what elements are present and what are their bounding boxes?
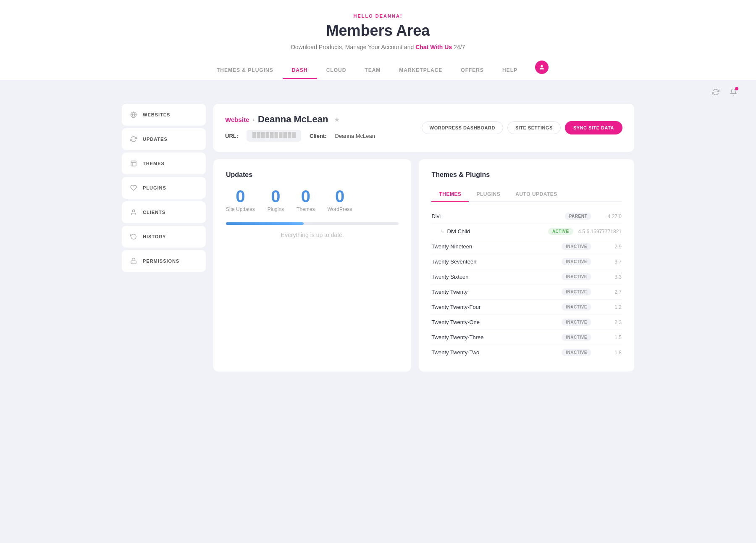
theme-version: 3.7 — [596, 259, 622, 265]
site-title-area: Website › Deanna McLean ★ URL: █████████… — [225, 114, 375, 142]
sidebar-label-clients: CLIENTS — [143, 210, 165, 215]
sidebar-item-history[interactable]: HISTORY — [122, 226, 206, 248]
breadcrumb-link[interactable]: Website — [225, 116, 249, 123]
count-label: WordPress — [327, 206, 352, 212]
theme-badge: INACTIVE — [562, 243, 591, 250]
nav-link-themes-plugins[interactable]: THEMES & PLUGINS — [207, 61, 283, 79]
notification-badge — [735, 87, 738, 90]
updates-icon — [129, 135, 138, 143]
header: HELLO DEANNA! Members Area Download Prod… — [0, 0, 756, 80]
subtitle-text: Download Products, Manage Your Account a… — [291, 44, 414, 50]
plugins-icon — [129, 184, 138, 192]
theme-badge: INACTIVE — [562, 349, 591, 356]
site-meta: URL: ██████████ Client: Deanna McLean — [225, 130, 375, 142]
wordpress-dashboard-button[interactable]: WORDPRESS DASHBOARD — [422, 121, 503, 134]
cards-row: Updates 0 Site Updates 0 Plugins 0 Theme… — [213, 159, 634, 372]
theme-version: 4.27.0 — [596, 214, 622, 219]
hello-text: HELLO DEANNA! — [8, 13, 748, 18]
updates-counts: 0 Site Updates 0 Plugins 0 Themes 0 Word… — [226, 188, 399, 212]
nav-item-offers[interactable]: OFFERS — [452, 61, 493, 79]
sidebar-label-history: HISTORY — [143, 234, 166, 239]
theme-version: 1.8 — [596, 350, 622, 356]
user-avatar[interactable] — [535, 61, 549, 74]
theme-name-text: Twenty Twenty-Two — [431, 349, 562, 356]
tab-plugins[interactable]: PLUGINS — [469, 188, 508, 202]
theme-badge: INACTIVE — [562, 303, 591, 311]
theme-name-text: Twenty Twenty-Four — [431, 304, 562, 310]
notification-icon[interactable] — [727, 86, 739, 98]
count-label: Themes — [297, 206, 315, 212]
theme-version: 1.5 — [596, 335, 622, 340]
site-actions: WORDPRESS DASHBOARD SITE SETTINGS SYNC S… — [422, 121, 622, 134]
theme-list-row: Twenty Twenty-Three INACTIVE 1.5 — [431, 330, 622, 345]
sidebar-label-plugins: PLUGINS — [143, 185, 166, 190]
theme-list-row: ↳Divi Child ACTIVE 4.5.6.15977771821 — [431, 224, 622, 239]
site-name: Deanna McLean — [258, 114, 328, 125]
nav-link-marketplace[interactable]: MARKETPLACE — [390, 61, 452, 79]
theme-list-row: Twenty Twenty-Two INACTIVE 1.8 — [431, 345, 622, 360]
permissions-icon — [129, 257, 138, 265]
nav-link-offers[interactable]: OFFERS — [452, 61, 493, 79]
nav-item-cloud[interactable]: CLOUD — [317, 61, 356, 79]
nav-link-cloud[interactable]: CLOUD — [317, 61, 356, 79]
update-count-plugins: 0 Plugins — [268, 188, 284, 212]
site-settings-button[interactable]: SITE SETTINGS — [507, 121, 561, 134]
star-icon[interactable]: ★ — [334, 116, 340, 124]
sync-site-data-button[interactable]: SYNC SITE DATA — [565, 121, 622, 134]
sidebar-label-permissions: PERMISSIONS — [143, 258, 179, 264]
sidebar-item-clients[interactable]: CLIENTS — [122, 201, 206, 223]
main-layout: WEBSITES UPDATES THEMES PLUGINS CLIENTS … — [105, 104, 651, 388]
count-number: 0 — [335, 188, 344, 205]
sidebar-item-themes[interactable]: THEMES — [122, 153, 206, 174]
theme-version: 1.2 — [596, 304, 622, 310]
nav-item-dash[interactable]: DASH — [283, 61, 317, 79]
nav-link-help[interactable]: HELP — [493, 61, 527, 79]
theme-name-text: Twenty Twenty — [431, 289, 562, 295]
theme-version: 4.5.6.15977771821 — [578, 229, 622, 235]
page-title: Members Area — [8, 22, 748, 40]
theme-badge: INACTIVE — [562, 258, 591, 265]
theme-badge: INACTIVE — [562, 334, 591, 341]
breadcrumb-row: Website › Deanna McLean ★ — [225, 114, 375, 125]
theme-name-text: Twenty Twenty-One — [431, 319, 562, 325]
client-label: Client: — [310, 133, 326, 139]
count-label: Plugins — [268, 206, 284, 212]
sidebar-item-permissions[interactable]: PERMISSIONS — [122, 250, 206, 272]
theme-list-row: Twenty Twenty INACTIVE 2.7 — [431, 285, 622, 300]
nav-link-team[interactable]: TEAM — [355, 61, 390, 79]
theme-version: 3.3 — [596, 274, 622, 280]
sidebar-label-updates: UPDATES — [143, 137, 168, 142]
sidebar-item-websites[interactable]: WEBSITES — [122, 104, 206, 126]
sidebar-label-websites: WEBSITES — [143, 112, 170, 117]
nav-link-dash[interactable]: DASH — [283, 61, 317, 79]
theme-badge: INACTIVE — [562, 273, 591, 280]
sidebar-item-updates[interactable]: UPDATES — [122, 128, 206, 150]
svg-point-0 — [541, 65, 543, 67]
svg-rect-3 — [131, 161, 136, 166]
progress-bar-fill — [226, 222, 304, 225]
theme-badge: ACTIVE — [548, 228, 573, 235]
main-nav: THEMES & PLUGINSDASHCLOUDTEAMMARKETPLACE… — [8, 61, 748, 80]
nav-item-marketplace[interactable]: MARKETPLACE — [390, 61, 452, 79]
clients-icon — [129, 208, 138, 216]
theme-list: Divi PARENT 4.27.0 ↳Divi Child ACTIVE 4.… — [431, 209, 622, 360]
tab-auto-updates[interactable]: AUTO UPDATES — [508, 188, 565, 202]
indent-arrow: ↳ — [441, 229, 444, 234]
theme-name-text: Twenty Sixteen — [431, 274, 562, 280]
sidebar: WEBSITES UPDATES THEMES PLUGINS CLIENTS … — [122, 104, 206, 372]
sidebar-item-plugins[interactable]: PLUGINS — [122, 177, 206, 199]
chat-link[interactable]: Chat With Us — [415, 44, 452, 50]
updates-title: Updates — [226, 171, 399, 179]
nav-item-themes-plugins[interactable]: THEMES & PLUGINS — [207, 61, 283, 79]
themes-tabs-row: THEMESPLUGINSAUTO UPDATES — [431, 188, 622, 202]
nav-item-team[interactable]: TEAM — [355, 61, 390, 79]
url-label: URL: — [225, 133, 238, 139]
theme-list-row: Divi PARENT 4.27.0 — [431, 209, 622, 224]
site-header-card: Website › Deanna McLean ★ URL: █████████… — [213, 104, 634, 152]
theme-name-text: Divi Child — [447, 228, 470, 235]
tab-themes[interactable]: THEMES — [431, 188, 469, 202]
theme-name-text: Twenty Seventeen — [431, 258, 562, 265]
refresh-icon[interactable] — [710, 86, 722, 98]
themes-plugins-title: Themes & Plugins — [431, 171, 622, 179]
nav-item-help[interactable]: HELP — [493, 61, 527, 79]
